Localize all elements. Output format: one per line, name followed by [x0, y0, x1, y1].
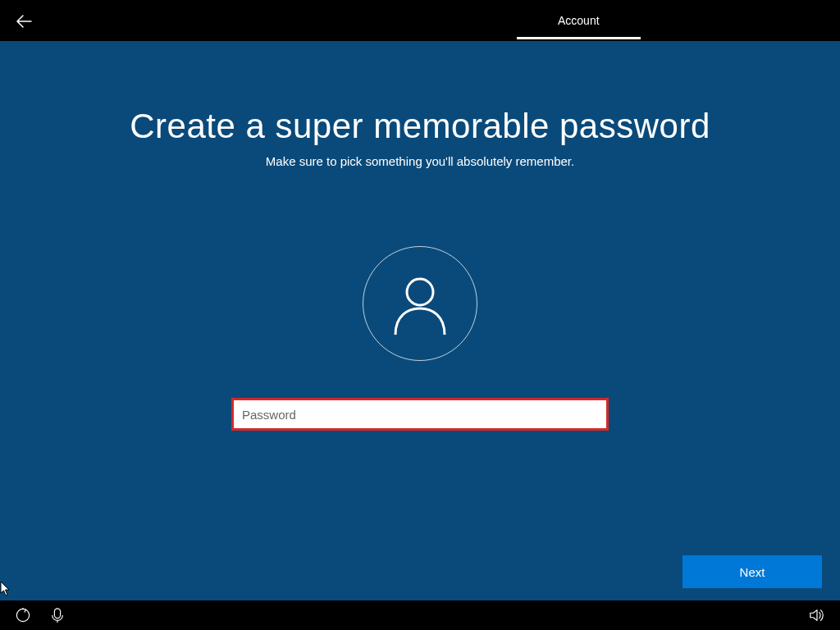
volume-button[interactable] [809, 607, 825, 623]
tab-account[interactable]: Account [517, 0, 641, 41]
top-bar: Account [0, 0, 840, 41]
svg-point-1 [16, 609, 29, 621]
page-subtitle: Make sure to pick something you'll absol… [0, 154, 840, 168]
tab-strip: Account [517, 0, 641, 41]
main-content: Create a super memorable password Make s… [0, 41, 840, 600]
input-method-icon [50, 608, 65, 623]
back-button[interactable] [15, 11, 34, 31]
user-icon [387, 271, 453, 336]
svg-point-0 [407, 279, 433, 305]
ease-of-access-button[interactable] [15, 607, 31, 623]
back-arrow-icon [15, 11, 34, 31]
next-button[interactable]: Next [682, 555, 822, 588]
page-title: Create a super memorable password [0, 107, 840, 146]
password-input[interactable] [234, 400, 606, 428]
bottom-bar [0, 600, 840, 630]
password-field-highlight [231, 398, 609, 431]
avatar-placeholder [363, 246, 477, 361]
svg-rect-2 [54, 609, 60, 619]
input-method-button[interactable] [49, 607, 66, 623]
bottom-bar-left [15, 607, 66, 623]
tab-account-label: Account [558, 14, 600, 27]
ease-of-access-icon [16, 608, 30, 623]
volume-icon [809, 607, 825, 623]
